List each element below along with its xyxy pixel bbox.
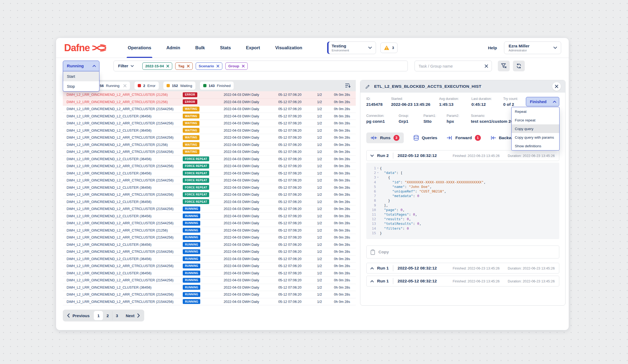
table-row[interactable]: DWH_L2_LRR_OINCREMEND_L2_ARR_CTRCLUSTER …: [63, 205, 356, 213]
run-section-header[interactable]: Run 1 2022-05-12 08:32:12 Finished: 2022…: [366, 263, 559, 274]
previous-page-button[interactable]: Previous: [65, 313, 92, 318]
fold-toggle-icon[interactable]: [376, 208, 380, 212]
run-status-menu-item[interactable]: Force repeat: [512, 116, 559, 124]
nav-item[interactable]: Export: [239, 38, 268, 58]
fold-toggle-icon[interactable]: [376, 217, 380, 221]
table-row[interactable]: DWH_L2_LRR_OINCREMEND_L2_ARR_CTRCLUSTER …: [63, 177, 356, 184]
fold-toggle-icon[interactable]: [376, 194, 380, 198]
nav-item[interactable]: Admin: [159, 38, 188, 58]
remove-chip-icon[interactable]: [187, 65, 190, 68]
table-row[interactable]: DWH_L2_LRR_OINCREMEND_L2_ARR_CTRCLUSTER …: [63, 298, 356, 306]
fold-toggle-icon[interactable]: [376, 226, 380, 231]
filter-chip[interactable]: Scenario: [196, 62, 222, 70]
table-row[interactable]: DWH_L2_LRR_OINCREMEND_L2_ARR_CTRCLUSTER …: [63, 106, 356, 113]
next-page-button[interactable]: Next: [123, 313, 142, 318]
remove-summary-chip-icon[interactable]: [123, 84, 127, 88]
nav-item[interactable]: Bulk: [188, 38, 212, 58]
page-button[interactable]: 1: [94, 311, 103, 320]
clear-filters-button[interactable]: [498, 61, 510, 71]
clear-search-icon[interactable]: [484, 64, 488, 68]
tab-queries[interactable]: Queries: [413, 132, 437, 143]
filter-chip[interactable]: Group: [225, 62, 248, 70]
table-row[interactable]: DWH_L2_LRR_OINCREMEND_L2_CLUSTER (36456)…: [63, 113, 356, 120]
fold-toggle-icon[interactable]: ▾: [376, 175, 380, 180]
table-row[interactable]: DWH_L2_LRR_OINCREMEND_L2_ARR_CTRCLUSTER …: [63, 134, 356, 141]
table-row[interactable]: DWH_L2_LRR_OINCREMEND_L2_CLUSTER (36456)…: [63, 256, 356, 263]
run-section-header[interactable]: Run 2 2022-05-12 08:32:12 Finished: 2022…: [366, 150, 559, 161]
page-button[interactable]: 3: [112, 311, 121, 320]
table-row[interactable]: DWH_L2_LRR_OINCREMEND_L2_ARR_CTRCLUSTER …: [63, 91, 356, 99]
summary-chip[interactable]: 2 Error: [134, 82, 159, 90]
table-row[interactable]: DWH_L2_LRR_OINCREMEND_L2_ARR_CTRCLUSTER …: [63, 163, 356, 170]
nav-item[interactable]: Stats: [212, 38, 238, 58]
edit-pencil-icon[interactable]: [365, 84, 371, 89]
table-row[interactable]: DWH_L2_LRR_OINCREMEND_L2_ARR_CTRCLUSTER …: [63, 291, 356, 298]
remove-chip-icon[interactable]: [216, 65, 219, 68]
fold-toggle-icon[interactable]: [376, 184, 380, 189]
warnings-badge[interactable]: 3: [380, 43, 398, 53]
table-row[interactable]: DWH_L2_LRR_OINCREMEND_L2_CLUSTER (36456)…: [63, 198, 356, 206]
remove-chip-icon[interactable]: [166, 65, 169, 68]
status-filter-trigger[interactable]: Running: [63, 61, 99, 71]
task-search-input[interactable]: [419, 64, 484, 68]
filter-chip[interactable]: Tag: [175, 62, 193, 70]
task-attempt: 1/2: [311, 207, 328, 211]
task-start-time: 05-12 07:06:20: [269, 100, 311, 104]
fold-toggle-icon[interactable]: ▾: [376, 170, 380, 175]
table-row[interactable]: DWH_L2_LRR_OINCREMEND_L2_ARR_CTRCLUSTER …: [63, 120, 356, 127]
table-row[interactable]: DWH_L2_LRR_OINCREMEND_L2_CLUSTER (36456)…: [63, 213, 356, 220]
run-status-menu-item[interactable]: Copy query with params: [512, 133, 559, 142]
filter-chip[interactable]: 2022-15-04: [142, 62, 172, 70]
status-filter-option[interactable]: Stop: [63, 81, 99, 91]
table-row[interactable]: DWH_L2_LRR_OINCREMEND_L2_ARR_CTRCLUSTER …: [63, 99, 356, 106]
table-row[interactable]: DWH_L2_LRR_OINCREMEND_L2_ARR_CTRCLUSTER …: [63, 262, 356, 270]
table-row[interactable]: DWH_L2_LRR_OINCREMEND_L2_ARR_CTRCLUSTER …: [63, 220, 356, 227]
tab-runs[interactable]: Runs 3: [366, 132, 404, 143]
fold-toggle-icon[interactable]: [376, 212, 380, 217]
run-status-dropdown[interactable]: Finished: [526, 97, 559, 106]
nav-item[interactable]: Operations: [120, 38, 159, 58]
help-link[interactable]: Help: [488, 46, 497, 50]
copy-result-button[interactable]: Copy: [366, 246, 559, 258]
tab-forward[interactable]: Forward 1: [447, 132, 481, 143]
table-row[interactable]: DWH_L2_LRR_OINCREMEND_L2_ARR_CTRCLUSTER …: [63, 248, 356, 256]
table-row[interactable]: DWH_L2_LRR_OINCREMEND_L2_ARR_CTRCLUSTER …: [63, 277, 356, 284]
table-row[interactable]: DWH_L2_LRR_OINCREMEND_L2_CLUSTER (36456)…: [63, 170, 356, 177]
table-row[interactable]: DWH_L2_LRR_OINCREMEND_L2_CLUSTER (36456)…: [63, 127, 356, 134]
remove-chip-icon[interactable]: [242, 65, 245, 68]
brand-logo[interactable]: Dafne: [64, 42, 106, 54]
refresh-button[interactable]: [513, 61, 525, 71]
fold-toggle-icon[interactable]: [376, 221, 380, 226]
table-row[interactable]: DWH_L2_LRR_OINCREMEND_L2_CLUSTER (36456)…: [63, 184, 356, 191]
summary-chip[interactable]: 143 Finished: [200, 82, 234, 90]
run-status-menu-item[interactable]: Repeat: [512, 107, 559, 116]
fold-toggle-icon[interactable]: [376, 203, 380, 208]
sort-descending-button[interactable]: [345, 83, 351, 88]
task-attempt: 1/2: [311, 114, 328, 118]
table-row[interactable]: DWH_L2_LRR_OINCREMEND_L2_CLUSTER (36456)…: [63, 270, 356, 277]
run-status-menu-item[interactable]: Show definitions: [512, 142, 559, 150]
table-row[interactable]: DWH_L2_LRR_OINCREMEND_L2_ARR_CTRCLUSTER …: [63, 191, 356, 198]
table-row[interactable]: DWH_L2_LRR_OINCREMEND_L2_CLUSTER (36456)…: [63, 156, 356, 163]
nav-item[interactable]: Visualization: [268, 38, 310, 58]
table-row[interactable]: DWH_L2_LRR_OINCREMEND_L2_ARR_CTRCLUSTER …: [63, 148, 356, 156]
summary-chip[interactable]: 152 Waiting: [163, 82, 195, 90]
close-panel-button[interactable]: [552, 82, 561, 91]
environment-select[interactable]: Testing Environment: [327, 41, 376, 54]
table-row[interactable]: DWH_L2_LRR_OINCREMEND_L2_ARR_CTRCLUSTER …: [63, 227, 356, 234]
run-section-header[interactable]: Run 1 2022-05-12 08:32:12 Finished: 2022…: [366, 276, 559, 286]
table-row[interactable]: DWH_L2_LRR_OINCREMEND_L2_CLUSTER (36456)…: [63, 284, 356, 291]
table-row[interactable]: DWH_L2_LRR_OINCREMEND_L2_ARR_CTRCLUSTER …: [63, 234, 356, 241]
fold-toggle-icon[interactable]: [376, 231, 380, 235]
fold-toggle-icon[interactable]: ▾: [376, 166, 380, 170]
fold-toggle-icon[interactable]: [376, 189, 380, 194]
status-filter-option[interactable]: Start: [63, 71, 99, 81]
table-row[interactable]: DWH_L2_LRR_OINCREMEND_L2_CLUSTER (36456)…: [63, 241, 356, 248]
user-menu[interactable]: Ezra Miller Administrator: [504, 41, 561, 54]
run-status-menu-item[interactable]: Copy query: [512, 124, 559, 133]
filter-toggle[interactable]: Filter: [118, 64, 134, 68]
table-row[interactable]: DWH_L2_LRR_OINCREMEND_L2_ARR_CTRCLUSTER …: [63, 141, 356, 149]
fold-toggle-icon[interactable]: [376, 180, 380, 184]
fold-toggle-icon[interactable]: [376, 198, 380, 203]
page-button[interactable]: 2: [103, 311, 112, 320]
